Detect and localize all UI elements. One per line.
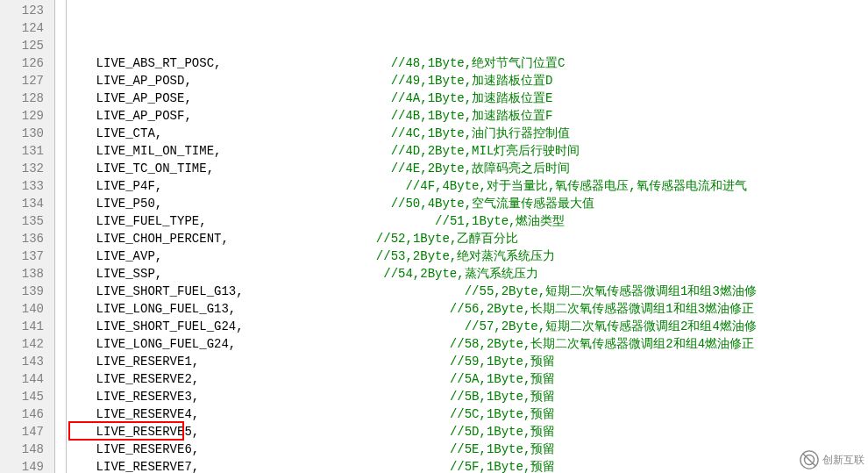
comment-token: //5A,1Byte,预留 xyxy=(199,372,555,386)
code-token: LIVE_P50, xyxy=(67,197,162,211)
code-token: LIVE_RESERVE7, xyxy=(67,460,199,473)
code-line[interactable]: LIVE_RESERVE5, //5D,1Byte,预留 xyxy=(67,423,868,441)
code-line[interactable]: LIVE_LONG_FUEL_G13, //56,2Byte,长期二次氧传感器微… xyxy=(67,300,868,318)
code-line[interactable]: LIVE_AP_POSD, //49,1Byte,加速踏板位置D xyxy=(67,72,868,90)
code-line[interactable]: LIVE_SHORT_FUEL_G13, //55,2Byte,短期二次氧传感器… xyxy=(67,283,868,300)
fold-margin xyxy=(55,0,67,473)
comment-token: //5C,1Byte,预留 xyxy=(199,407,555,421)
comment-token: //56,2Byte,长期二次氧传感器微调组1和组3燃油修正 xyxy=(236,302,754,316)
code-line[interactable]: LIVE_FUEL_TYPE, //51,1Byte,燃油类型 xyxy=(67,212,868,230)
line-number: 130 xyxy=(0,125,54,142)
code-token: LIVE_RESERVE6, xyxy=(67,442,199,456)
comment-token: //48,1Byte,绝对节气门位置C xyxy=(221,56,565,70)
line-number: 134 xyxy=(0,195,54,212)
comment-token: //59,1Byte,预留 xyxy=(199,355,555,369)
line-number: 127 xyxy=(0,72,54,90)
code-line[interactable]: LIVE_RESERVE3, //5B,1Byte,预留 xyxy=(67,388,868,405)
line-number: 142 xyxy=(0,335,54,353)
line-number: 147 xyxy=(0,423,54,441)
code-token: LIVE_AP_POSF, xyxy=(67,109,192,123)
code-line[interactable]: LIVE_SHORT_FUEL_G24, //57,2Byte,短期二次氧传感器… xyxy=(67,318,868,335)
comment-token: //4B,1Byte,加速踏板位置F xyxy=(192,109,553,123)
comment-token: //53,2Byte,绝对蒸汽系统压力 xyxy=(162,249,555,263)
code-token: LIVE_RESERVE4, xyxy=(67,407,199,421)
comment-token: //57,2Byte,短期二次氧传感器微调组2和组4燃油修 xyxy=(244,319,757,333)
line-number: 139 xyxy=(0,283,54,300)
code-token: LIVE_LONG_FUEL_G13, xyxy=(67,302,236,316)
line-number: 131 xyxy=(0,142,54,160)
comment-token: //4C,1Byte,油门执行器控制值 xyxy=(162,126,570,140)
code-line[interactable]: LIVE_SSP, //54,2Byte,蒸汽系统压力 xyxy=(67,265,868,283)
comment-token: //51,1Byte,燃油类型 xyxy=(207,214,566,228)
code-line[interactable]: LIVE_CHOH_PERCENT, //52,1Byte,乙醇百分比 xyxy=(67,230,868,247)
code-line[interactable]: LIVE_P50, //50,4Byte,空气流量传感器最大值 xyxy=(67,195,868,212)
code-token: LIVE_CTA, xyxy=(67,126,162,140)
line-number: 149 xyxy=(0,458,54,473)
watermark-logo-icon xyxy=(800,450,819,469)
line-number: 145 xyxy=(0,388,54,405)
code-token: LIVE_SSP, xyxy=(67,267,162,281)
code-line[interactable]: LIVE_RESERVE1, //59,1Byte,预留 xyxy=(67,353,868,370)
code-editor: 1231241251261271281291301311321331341351… xyxy=(0,0,868,473)
code-line[interactable]: LIVE_P4F, //4F,4Byte,对于当量比,氧传感器电压,氧传感器电流… xyxy=(67,177,868,195)
comment-token: //5B,1Byte,预留 xyxy=(199,390,555,404)
code-line[interactable]: LIVE_RESERVE7, //5F,1Byte,预留 xyxy=(67,458,868,473)
comment-token: //50,4Byte,空气流量传感器最大值 xyxy=(162,197,594,211)
line-number: 146 xyxy=(0,405,54,423)
line-number: 123 xyxy=(0,2,54,19)
comment-token: //58,2Byte,长期二次氧传感器微调组2和组4燃油修正 xyxy=(236,337,754,351)
line-number: 133 xyxy=(0,177,54,195)
line-number: 129 xyxy=(0,107,54,125)
code-line[interactable]: LIVE_LONG_FUEL_G24, //58,2Byte,长期二次氧传感器微… xyxy=(67,335,868,353)
code-line[interactable]: LIVE_TC_ON_TIME, //4E,2Byte,故障码亮之后时间 xyxy=(67,160,868,177)
code-line[interactable]: LIVE_ABS_RT_POSC, //48,1Byte,绝对节气门位置C xyxy=(67,54,868,72)
comment-token: //4E,2Byte,故障码亮之后时间 xyxy=(214,161,570,176)
code-token: LIVE_RESERVE1, xyxy=(67,355,199,369)
watermark: 创新互联 xyxy=(800,450,864,469)
line-number: 135 xyxy=(0,212,54,230)
code-line[interactable]: LIVE_AVP, //53,2Byte,绝对蒸汽系统压力 xyxy=(67,247,868,265)
code-area[interactable]: LIVE_ABS_RT_POSC, //48,1Byte,绝对节气门位置C LI… xyxy=(67,0,868,473)
code-line[interactable]: LIVE_RESERVE6, //5E,1Byte,预留 xyxy=(67,441,868,458)
code-token: LIVE_CHOH_PERCENT, xyxy=(67,232,229,246)
code-token: LIVE_AP_POSE, xyxy=(67,91,192,105)
comment-token: //4D,2Byte,MIL灯亮后行驶时间 xyxy=(221,144,580,158)
line-number: 144 xyxy=(0,370,54,388)
code-line[interactable]: LIVE_CTA, //4C,1Byte,油门执行器控制值 xyxy=(67,125,868,142)
line-number: 128 xyxy=(0,90,54,107)
code-token: LIVE_TC_ON_TIME, xyxy=(67,161,214,176)
code-token: LIVE_MIL_ON_TIME, xyxy=(67,144,221,158)
line-number: 138 xyxy=(0,265,54,283)
code-line[interactable]: LIVE_RESERVE4, //5C,1Byte,预留 xyxy=(67,405,868,423)
line-number: 132 xyxy=(0,160,54,177)
comment-token: //4A,1Byte,加速踏板位置E xyxy=(192,91,553,105)
code-token: LIVE_SHORT_FUEL_G24, xyxy=(67,319,244,333)
line-number: 126 xyxy=(0,54,54,72)
line-number: 125 xyxy=(0,37,54,54)
code-token: LIVE_LONG_FUEL_G24, xyxy=(67,337,236,351)
comment-token: //5E,1Byte,预留 xyxy=(199,442,555,456)
comment-token: //54,2Byte,蒸汽系统压力 xyxy=(162,267,537,281)
watermark-text: 创新互联 xyxy=(822,451,864,469)
line-number: 137 xyxy=(0,247,54,265)
line-number: 141 xyxy=(0,318,54,335)
line-number: 148 xyxy=(0,441,54,458)
code-token: LIVE_RESERVE3, xyxy=(67,390,199,404)
comment-token: //49,1Byte,加速踏板位置D xyxy=(192,74,553,88)
comment-token: //55,2Byte,短期二次氧传感器微调组1和组3燃油修 xyxy=(244,284,757,298)
line-number: 124 xyxy=(0,19,54,37)
code-token: LIVE_ABS_RT_POSC, xyxy=(67,56,221,70)
comment-token: //52,1Byte,乙醇百分比 xyxy=(229,232,518,246)
code-token: LIVE_AVP, xyxy=(67,249,162,263)
code-line[interactable]: LIVE_AP_POSE, //4A,1Byte,加速踏板位置E xyxy=(67,90,868,107)
code-token: LIVE_FUEL_TYPE, xyxy=(67,214,207,228)
line-number: 143 xyxy=(0,353,54,370)
code-token: LIVE_RESERVE5, xyxy=(67,425,199,439)
code-line[interactable]: LIVE_MIL_ON_TIME, //4D,2Byte,MIL灯亮后行驶时间 xyxy=(67,142,868,160)
code-line[interactable]: LIVE_AP_POSF, //4B,1Byte,加速踏板位置F xyxy=(67,107,868,125)
code-token: LIVE_P4F, xyxy=(67,179,162,193)
comment-token: //5F,1Byte,预留 xyxy=(199,460,555,473)
code-line[interactable]: LIVE_RESERVE2, //5A,1Byte,预留 xyxy=(67,370,868,388)
comment-token: //5D,1Byte,预留 xyxy=(199,425,555,439)
line-number: 136 xyxy=(0,230,54,247)
